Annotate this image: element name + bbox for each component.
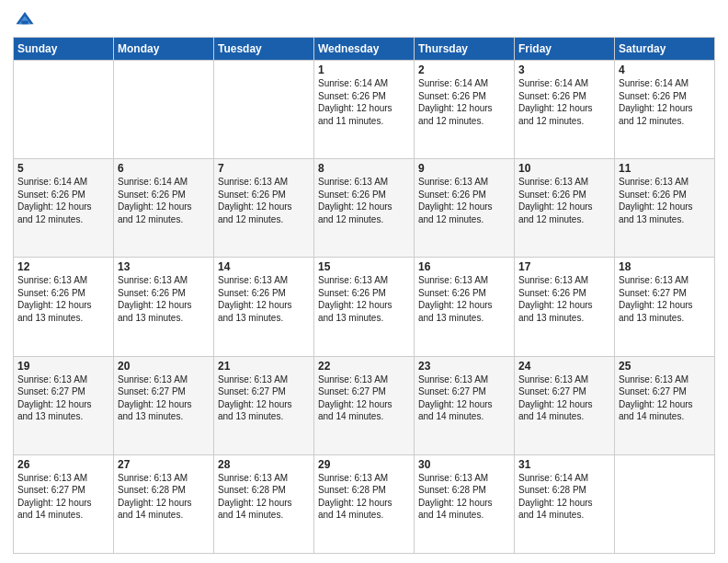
day-info: Sunrise: 6:14 AM Sunset: 6:28 PM Dayligh… — [518, 472, 610, 522]
calendar-cell — [14, 61, 114, 159]
day-info: Sunrise: 6:14 AM Sunset: 6:26 PM Dayligh… — [17, 176, 109, 225]
calendar-cell: 10Sunrise: 6:13 AM Sunset: 6:26 PM Dayli… — [515, 159, 615, 258]
day-number: 30 — [418, 458, 510, 471]
day-info: Sunrise: 6:13 AM Sunset: 6:26 PM Dayligh… — [418, 176, 510, 225]
calendar-cell: 21Sunrise: 6:13 AM Sunset: 6:27 PM Dayli… — [214, 356, 314, 454]
day-info: Sunrise: 6:14 AM Sunset: 6:26 PM Dayligh… — [318, 77, 410, 127]
calendar-cell — [214, 61, 314, 159]
calendar-week-row: 1Sunrise: 6:14 AM Sunset: 6:26 PM Daylig… — [14, 61, 715, 159]
day-info: Sunrise: 6:13 AM Sunset: 6:28 PM Dayligh… — [218, 472, 310, 522]
page: SundayMondayTuesdayWednesdayThursdayFrid… — [0, 0, 728, 563]
day-info: Sunrise: 6:13 AM Sunset: 6:26 PM Dayligh… — [418, 274, 510, 324]
calendar-cell: 12Sunrise: 6:13 AM Sunset: 6:26 PM Dayli… — [14, 258, 114, 356]
day-number: 31 — [518, 458, 610, 471]
day-info: Sunrise: 6:14 AM Sunset: 6:26 PM Dayligh… — [518, 77, 610, 127]
day-info: Sunrise: 6:13 AM Sunset: 6:26 PM Dayligh… — [318, 176, 410, 225]
calendar-cell: 1Sunrise: 6:14 AM Sunset: 6:26 PM Daylig… — [314, 61, 415, 159]
day-info: Sunrise: 6:13 AM Sunset: 6:27 PM Dayligh… — [17, 472, 109, 522]
calendar-cell: 14Sunrise: 6:13 AM Sunset: 6:26 PM Dayli… — [214, 258, 314, 356]
calendar-cell: 29Sunrise: 6:13 AM Sunset: 6:28 PM Dayli… — [314, 454, 415, 553]
calendar-cell: 2Sunrise: 6:14 AM Sunset: 6:26 PM Daylig… — [415, 61, 515, 159]
day-info: Sunrise: 6:13 AM Sunset: 6:27 PM Dayligh… — [17, 373, 109, 423]
day-info: Sunrise: 6:13 AM Sunset: 6:27 PM Dayligh… — [218, 373, 310, 423]
day-number: 9 — [418, 162, 510, 175]
weekday-header: Sunday — [14, 38, 114, 61]
day-info: Sunrise: 6:13 AM Sunset: 6:26 PM Dayligh… — [118, 274, 210, 324]
calendar-week-row: 26Sunrise: 6:13 AM Sunset: 6:27 PM Dayli… — [14, 454, 715, 553]
day-info: Sunrise: 6:13 AM Sunset: 6:27 PM Dayligh… — [619, 274, 711, 324]
calendar-week-row: 5Sunrise: 6:14 AM Sunset: 6:26 PM Daylig… — [14, 159, 715, 258]
day-info: Sunrise: 6:13 AM Sunset: 6:26 PM Dayligh… — [619, 176, 711, 225]
day-info: Sunrise: 6:13 AM Sunset: 6:27 PM Dayligh… — [518, 373, 610, 423]
day-info: Sunrise: 6:13 AM Sunset: 6:26 PM Dayligh… — [218, 176, 310, 225]
day-number: 7 — [218, 162, 310, 175]
calendar-cell: 13Sunrise: 6:13 AM Sunset: 6:26 PM Dayli… — [114, 258, 214, 356]
day-number: 6 — [118, 162, 210, 175]
calendar-cell: 24Sunrise: 6:13 AM Sunset: 6:27 PM Dayli… — [515, 356, 615, 454]
day-number: 28 — [218, 458, 310, 471]
calendar-week-row: 12Sunrise: 6:13 AM Sunset: 6:26 PM Dayli… — [14, 258, 715, 356]
day-number: 19 — [17, 360, 109, 373]
day-info: Sunrise: 6:13 AM Sunset: 6:26 PM Dayligh… — [518, 176, 610, 225]
calendar-cell: 6Sunrise: 6:14 AM Sunset: 6:26 PM Daylig… — [114, 159, 214, 258]
day-number: 11 — [619, 162, 711, 175]
day-info: Sunrise: 6:13 AM Sunset: 6:26 PM Dayligh… — [218, 274, 310, 324]
calendar-cell: 28Sunrise: 6:13 AM Sunset: 6:28 PM Dayli… — [214, 454, 314, 553]
day-info: Sunrise: 6:13 AM Sunset: 6:28 PM Dayligh… — [118, 472, 210, 522]
day-info: Sunrise: 6:13 AM Sunset: 6:27 PM Dayligh… — [619, 373, 711, 423]
day-number: 21 — [218, 360, 310, 373]
day-info: Sunrise: 6:13 AM Sunset: 6:27 PM Dayligh… — [418, 373, 510, 423]
day-number: 4 — [619, 63, 711, 76]
calendar-table: SundayMondayTuesdayWednesdayThursdayFrid… — [13, 37, 715, 554]
day-number: 27 — [118, 458, 210, 471]
day-number: 13 — [118, 260, 210, 273]
day-number: 29 — [318, 458, 410, 471]
day-info: Sunrise: 6:13 AM Sunset: 6:27 PM Dayligh… — [318, 373, 410, 423]
day-number: 17 — [518, 260, 610, 273]
day-number: 2 — [418, 63, 510, 76]
day-number: 3 — [518, 63, 610, 76]
calendar-cell: 22Sunrise: 6:13 AM Sunset: 6:27 PM Dayli… — [314, 356, 415, 454]
day-number: 23 — [418, 360, 510, 373]
day-number: 20 — [118, 360, 210, 373]
calendar-cell: 23Sunrise: 6:13 AM Sunset: 6:27 PM Dayli… — [415, 356, 515, 454]
day-number: 12 — [17, 260, 109, 273]
calendar-cell: 27Sunrise: 6:13 AM Sunset: 6:28 PM Dayli… — [114, 454, 214, 553]
day-info: Sunrise: 6:13 AM Sunset: 6:26 PM Dayligh… — [518, 274, 610, 324]
day-number: 8 — [318, 162, 410, 175]
day-number: 22 — [318, 360, 410, 373]
day-number: 15 — [318, 260, 410, 273]
calendar-cell: 17Sunrise: 6:13 AM Sunset: 6:26 PM Dayli… — [515, 258, 615, 356]
logo-icon — [15, 9, 35, 29]
weekday-header: Thursday — [415, 38, 515, 61]
weekday-header: Monday — [114, 38, 214, 61]
day-number: 16 — [418, 260, 510, 273]
day-info: Sunrise: 6:14 AM Sunset: 6:26 PM Dayligh… — [619, 77, 711, 127]
calendar-week-row: 19Sunrise: 6:13 AM Sunset: 6:27 PM Dayli… — [14, 356, 715, 454]
weekday-header-row: SundayMondayTuesdayWednesdayThursdayFrid… — [14, 38, 715, 61]
day-info: Sunrise: 6:13 AM Sunset: 6:26 PM Dayligh… — [318, 274, 410, 324]
calendar-cell: 11Sunrise: 6:13 AM Sunset: 6:26 PM Dayli… — [615, 159, 715, 258]
day-number: 18 — [619, 260, 711, 273]
weekday-header: Tuesday — [214, 38, 314, 61]
calendar-cell — [114, 61, 214, 159]
calendar-cell: 25Sunrise: 6:13 AM Sunset: 6:27 PM Dayli… — [615, 356, 715, 454]
svg-rect-2 — [21, 20, 28, 24]
day-info: Sunrise: 6:14 AM Sunset: 6:26 PM Dayligh… — [418, 77, 510, 127]
day-number: 14 — [218, 260, 310, 273]
calendar-cell: 3Sunrise: 6:14 AM Sunset: 6:26 PM Daylig… — [515, 61, 615, 159]
day-info: Sunrise: 6:13 AM Sunset: 6:26 PM Dayligh… — [17, 274, 109, 324]
day-info: Sunrise: 6:14 AM Sunset: 6:26 PM Dayligh… — [118, 176, 210, 225]
weekday-header: Friday — [515, 38, 615, 61]
day-number: 5 — [17, 162, 109, 175]
calendar-cell: 8Sunrise: 6:13 AM Sunset: 6:26 PM Daylig… — [314, 159, 415, 258]
day-number: 10 — [518, 162, 610, 175]
calendar-cell: 26Sunrise: 6:13 AM Sunset: 6:27 PM Dayli… — [14, 454, 114, 553]
day-number: 24 — [518, 360, 610, 373]
calendar-cell: 18Sunrise: 6:13 AM Sunset: 6:27 PM Dayli… — [615, 258, 715, 356]
calendar-cell: 5Sunrise: 6:14 AM Sunset: 6:26 PM Daylig… — [14, 159, 114, 258]
day-number: 26 — [17, 458, 109, 471]
logo — [13, 9, 37, 29]
calendar-cell: 4Sunrise: 6:14 AM Sunset: 6:26 PM Daylig… — [615, 61, 715, 159]
day-info: Sunrise: 6:13 AM Sunset: 6:28 PM Dayligh… — [418, 472, 510, 522]
